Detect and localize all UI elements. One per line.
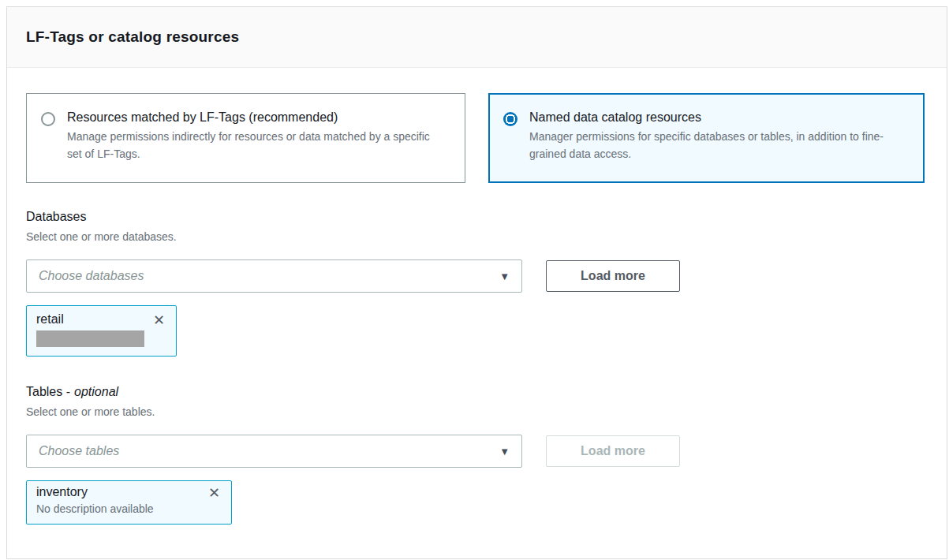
- radio-unselected-icon[interactable]: [41, 112, 55, 126]
- chevron-down-icon: ▼: [499, 446, 510, 457]
- tables-optional-text: optional: [74, 385, 118, 398]
- radio-selected-icon[interactable]: [503, 112, 517, 126]
- tables-placeholder: Choose tables: [39, 444, 119, 458]
- tile-resources-matched-by-lf-tags[interactable]: Resources matched by LF-Tags (recommende…: [26, 93, 465, 183]
- token-name: retail: [36, 312, 64, 327]
- chevron-down-icon: ▼: [499, 271, 510, 282]
- tables-label-text: Tables -: [26, 385, 70, 398]
- tile-label: Resources matched by LF-Tags (recommende…: [67, 110, 444, 125]
- tables-load-more-button-disabled[interactable]: Load more: [546, 435, 680, 467]
- databases-help: Select one or more databases.: [26, 230, 928, 243]
- panel-body: Resources matched by LF-Tags (recommende…: [7, 68, 947, 525]
- database-token-retail: retail ✕: [26, 305, 177, 357]
- token-description: No description available: [36, 502, 222, 515]
- remove-table-token-icon[interactable]: ✕: [207, 485, 222, 501]
- tile-named-data-catalog-resources[interactable]: Named data catalog resources Manager per…: [488, 93, 925, 183]
- remove-database-token-icon[interactable]: ✕: [151, 312, 166, 328]
- redacted-description-bar: [36, 330, 144, 347]
- resource-type-options: Resources matched by LF-Tags (recommende…: [26, 93, 928, 183]
- tile-text: Resources matched by LF-Tags (recommende…: [67, 110, 444, 166]
- tile-text: Named data catalog resources Manager per…: [529, 110, 906, 166]
- tile-description: Manager permissions for specific databas…: [529, 129, 906, 162]
- databases-placeholder: Choose databases: [39, 269, 144, 283]
- tables-controls: Choose tables ▼ Load more: [26, 435, 928, 468]
- tables-label: Tables -optional: [26, 385, 928, 399]
- databases-label: Databases: [26, 210, 928, 224]
- token-row: inventory ✕: [36, 485, 222, 501]
- databases-field: Databases Select one or more databases. …: [26, 210, 928, 357]
- databases-controls: Choose databases ▼ Load more: [26, 259, 928, 293]
- databases-select[interactable]: Choose databases ▼: [26, 259, 522, 293]
- tables-field: Tables -optional Select one or more tabl…: [26, 385, 928, 525]
- lf-tags-or-catalog-resources-panel: LF-Tags or catalog resources Resources m…: [6, 6, 947, 559]
- tables-help: Select one or more tables.: [26, 405, 928, 418]
- table-token-inventory: inventory ✕ No description available: [26, 480, 232, 525]
- databases-load-more-button[interactable]: Load more: [546, 260, 680, 292]
- panel-header: LF-Tags or catalog resources: [7, 7, 947, 68]
- tile-description: Manage permissions indirectly for resour…: [67, 129, 444, 162]
- tables-select[interactable]: Choose tables ▼: [26, 435, 522, 468]
- token-name: inventory: [36, 485, 88, 499]
- tile-label: Named data catalog resources: [529, 110, 906, 125]
- token-row: retail ✕: [36, 312, 166, 328]
- panel-title: LF-Tags or catalog resources: [26, 28, 239, 46]
